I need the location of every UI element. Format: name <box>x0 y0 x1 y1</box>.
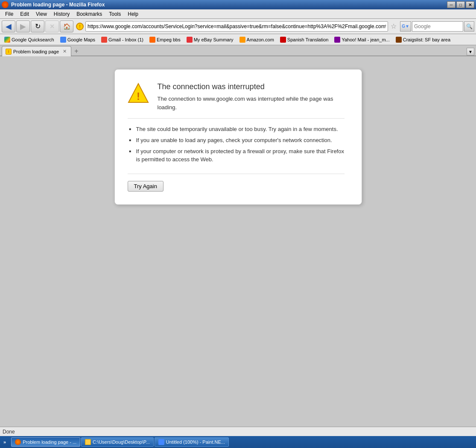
search-input[interactable] <box>412 21 463 32</box>
back-button[interactable]: ◀ <box>2 20 15 32</box>
taskbar-folder-icon <box>85 439 91 445</box>
url-bar-container: ! ☆ <box>76 21 397 32</box>
bookmarks-bar: Google Quicksearch Google Maps Gmail - I… <box>0 34 476 45</box>
menu-history[interactable]: History <box>50 10 73 18</box>
bookmark-empeg[interactable]: Empeg bbs <box>147 36 183 44</box>
bookmark-spanish[interactable]: Spanish Translation <box>277 36 331 44</box>
error-header: ! The connection was interrupted The con… <box>128 82 345 119</box>
bookmark-amazon-icon <box>239 37 245 43</box>
bookmark-gmail[interactable]: Gmail - Inbox (1) <box>99 36 146 44</box>
try-again-button[interactable]: Try Again <box>128 181 164 192</box>
taskbar-paint[interactable]: Untitled (100%) - Paint.NE... <box>155 437 229 447</box>
url-input[interactable] <box>85 21 388 32</box>
error-list: The site could be temporarily unavailabl… <box>128 125 345 163</box>
bookmark-yahoo-icon <box>334 37 340 43</box>
search-container: G▼ 🔍 <box>400 21 474 32</box>
reload-button[interactable]: ↻ <box>31 20 44 32</box>
taskbar-paint-label: Untitled (100%) - Paint.NE... <box>166 439 225 445</box>
menu-tools[interactable]: Tools <box>105 10 124 18</box>
firefox-icon <box>2 1 9 8</box>
search-engine-button[interactable]: G▼ <box>400 21 411 32</box>
google-search-icon: G▼ <box>402 24 409 29</box>
status-text: Done <box>3 429 15 435</box>
taskbar-start-icon: » <box>3 439 6 445</box>
error-bullet-3: If your computer or network is protected… <box>128 148 345 163</box>
bookmark-craigslist-label: Craigslist: SF bay area <box>403 37 450 42</box>
status-bar: Done <box>0 427 476 436</box>
navigation-bar: ◀ ▶ ↻ ✕ 🏠 ! ☆ G▼ 🔍 <box>0 19 476 34</box>
menu-bar: File Edit View History Bookmarks Tools H… <box>0 9 476 19</box>
menu-edit[interactable]: Edit <box>17 10 32 18</box>
bookmark-spanish-label: Spanish Translation <box>287 37 329 42</box>
bookmark-maps-label: Google Maps <box>67 37 95 42</box>
bookmark-ebay-icon <box>187 37 193 43</box>
menu-bookmarks[interactable]: Bookmarks <box>73 10 105 18</box>
taskbar: » Problem loading page - ... C:\Users\Do… <box>0 436 476 448</box>
menu-help[interactable]: Help <box>124 10 142 18</box>
new-tab-button[interactable]: + <box>72 47 81 55</box>
bookmark-google-quicksearch[interactable]: Google Quicksearch <box>2 36 57 44</box>
home-button[interactable]: 🏠 <box>60 20 73 32</box>
forward-button[interactable]: ▶ <box>16 20 30 32</box>
menu-file[interactable]: File <box>2 10 17 18</box>
taskbar-paint-icon <box>158 439 164 445</box>
tab-close-button[interactable]: ✕ <box>61 49 67 55</box>
bookmark-star-icon[interactable]: ☆ <box>390 21 397 31</box>
bookmark-amazon-label: Amazon.com <box>247 37 274 42</box>
error-body: The site could be temporarily unavailabl… <box>128 125 345 174</box>
bookmark-google-maps[interactable]: Google Maps <box>58 36 98 44</box>
taskbar-firefox-label: Problem loading page - ... <box>23 439 76 445</box>
forward-icon: ▶ <box>20 22 26 31</box>
error-card: ! The connection was interrupted The con… <box>114 69 362 205</box>
error-title: The connection was interrupted <box>158 82 345 91</box>
content-area: ! The connection was interrupted The con… <box>0 56 476 448</box>
window-title: Problem loading page - Mozilla Firefox <box>11 2 447 8</box>
bookmark-yahoo-label: Yahoo! Mail - jean_m... <box>342 37 389 42</box>
taskbar-start-button[interactable]: » <box>1 439 9 445</box>
tab-warning-icon: ! <box>6 49 12 55</box>
taskbar-folder-label: C:\Users\Doug\Desktop\P... <box>93 439 150 445</box>
reload-icon: ↻ <box>35 22 41 30</box>
bookmark-gmail-label: Gmail - Inbox (1) <box>108 37 143 42</box>
bookmark-gmail-icon <box>101 37 107 43</box>
error-bullet-2: If you are unable to load any pages, che… <box>128 137 345 144</box>
title-bar: Problem loading page - Mozilla Firefox ─… <box>0 0 476 9</box>
tab-list-button[interactable]: ▼ <box>467 48 474 55</box>
taskbar-firefox[interactable]: Problem loading page - ... <box>11 437 80 447</box>
tab-title: Problem loading page <box>13 49 59 54</box>
bookmark-spanish-icon <box>280 37 286 43</box>
bookmark-maps-icon <box>60 37 66 43</box>
window-controls: ─ □ ✕ <box>447 1 474 8</box>
bookmark-google-icon <box>4 37 10 43</box>
error-header-text: The connection was interrupted The conne… <box>158 82 345 111</box>
minimize-button[interactable]: ─ <box>447 1 456 8</box>
tab-bar: ! Problem loading page ✕ + ▼ <box>0 45 476 56</box>
svg-text:!: ! <box>137 90 140 102</box>
error-subtitle: The connection to www.google.com was int… <box>158 95 345 111</box>
close-button[interactable]: ✕ <box>466 1 474 8</box>
restore-button[interactable]: □ <box>456 1 465 8</box>
back-icon: ◀ <box>6 22 12 31</box>
bookmark-craigslist-icon <box>396 37 402 43</box>
bookmark-empeg-icon <box>149 37 155 43</box>
bookmark-ebay[interactable]: My eBay Summary <box>184 36 236 44</box>
bookmark-yahoo[interactable]: Yahoo! Mail - jean_m... <box>332 36 392 44</box>
stop-button[interactable]: ✕ <box>45 20 59 32</box>
home-icon: 🏠 <box>63 23 70 30</box>
taskbar-firefox-icon <box>15 439 21 445</box>
security-warning-icon: ! <box>76 23 84 30</box>
current-tab[interactable]: ! Problem loading page ✕ <box>2 46 71 56</box>
stop-icon: ✕ <box>50 23 55 30</box>
search-go-icon: 🔍 <box>466 23 473 29</box>
menu-view[interactable]: View <box>32 10 50 18</box>
warning-triangle-icon: ! <box>128 82 149 104</box>
bookmark-amazon[interactable]: Amazon.com <box>237 36 277 44</box>
bookmark-google-label: Google Quicksearch <box>12 37 54 42</box>
bookmark-empeg-label: Empeg bbs <box>157 37 181 42</box>
error-bullet-1: The site could be temporarily unavailabl… <box>128 125 345 133</box>
bookmark-ebay-label: My eBay Summary <box>194 37 234 42</box>
taskbar-folder[interactable]: C:\Users\Doug\Desktop\P... <box>81 437 154 447</box>
tab-bar-right: ▼ <box>81 48 474 55</box>
bookmark-craigslist[interactable]: Craigslist: SF bay area <box>393 36 453 44</box>
search-go-button[interactable]: 🔍 <box>464 21 474 32</box>
